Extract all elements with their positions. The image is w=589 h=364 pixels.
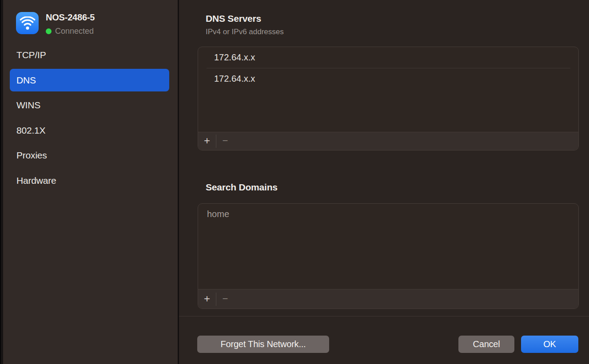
connected-status-label: Connected: [55, 27, 94, 36]
footer-divider: [179, 316, 589, 317]
wifi-icon: [16, 12, 39, 34]
sidebar-item-tcpip[interactable]: TCP/IP: [10, 44, 169, 66]
search-domains-title: Search Domains: [206, 182, 278, 193]
dns-server-row[interactable]: 172.64.x.x: [198, 47, 578, 68]
sidebar-item-hardware[interactable]: Hardware: [10, 169, 169, 192]
sidebar-item-8021x[interactable]: 802.1X: [10, 119, 169, 142]
dns-servers-list: 172.64.x.x 172.64.x.x + −: [198, 47, 579, 150]
sidebar-item-wins[interactable]: WINS: [10, 94, 169, 116]
sidebar-item-dns[interactable]: DNS: [10, 69, 169, 91]
dns-server-row[interactable]: 172.64.x.x: [198, 68, 578, 89]
desktop-edge: [0, 0, 3, 364]
ok-button[interactable]: OK: [521, 336, 578, 353]
dns-servers-title: DNS Servers: [206, 13, 261, 24]
network-details-sheet: NOS-2486-5 Connected TCP/IP DNS WINS 802…: [0, 0, 589, 364]
forget-network-button[interactable]: Forget This Network...: [197, 336, 329, 353]
dns-servers-subtitle: IPv4 or IPv6 addresses: [206, 28, 284, 36]
dns-list-controls: + −: [198, 132, 578, 150]
add-dns-server-button[interactable]: +: [198, 135, 216, 147]
search-domains-controls: + −: [198, 289, 578, 309]
add-search-domain-button[interactable]: +: [198, 293, 216, 305]
dns-pane: DNS Servers IPv4 or IPv6 addresses 172.6…: [179, 0, 589, 364]
remove-dns-server-button[interactable]: −: [216, 136, 234, 146]
search-domain-row[interactable]: home: [198, 204, 578, 225]
remove-search-domain-button[interactable]: −: [216, 294, 234, 305]
search-domains-list: home + −: [198, 203, 579, 309]
connected-dot-icon: [46, 28, 52, 34]
connection-status: Connected: [46, 27, 94, 36]
network-name: NOS-2486-5: [46, 12, 95, 23]
sidebar-item-proxies[interactable]: Proxies: [10, 144, 169, 166]
sidebar: NOS-2486-5 Connected TCP/IP DNS WINS 802…: [3, 0, 178, 364]
cancel-button[interactable]: Cancel: [458, 336, 514, 353]
